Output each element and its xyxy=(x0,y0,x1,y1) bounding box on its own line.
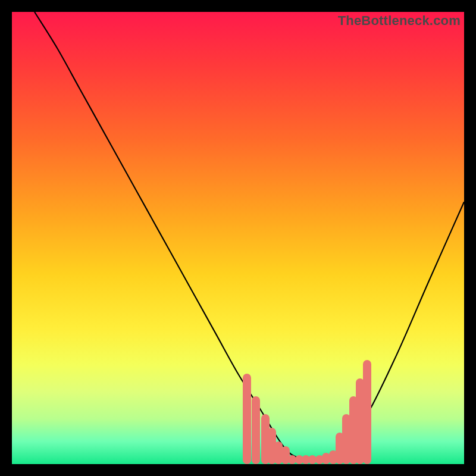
plot-area: TheBottleneck.com xyxy=(12,12,464,464)
left-bar xyxy=(252,396,260,464)
chart-stage: TheBottleneck.com xyxy=(0,0,476,476)
bars-layer xyxy=(12,345,464,464)
right-bar xyxy=(363,360,371,464)
left-bar xyxy=(243,374,251,464)
